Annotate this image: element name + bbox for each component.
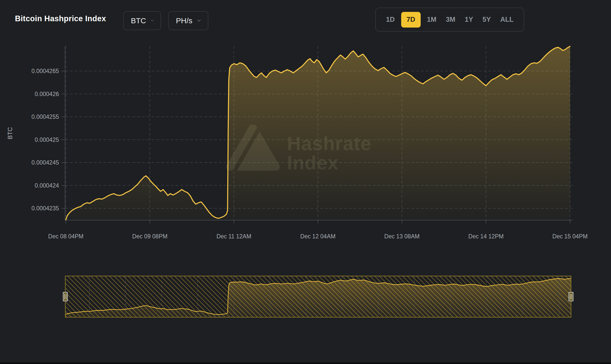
x-tick-label: Dec 15 04PM	[552, 233, 587, 240]
brush-handle-left[interactable]	[63, 292, 68, 301]
y-axis-title: BTC	[7, 127, 13, 139]
x-tick-label: Dec 09 08PM	[132, 233, 167, 240]
x-tick-label: Dec 14 12PM	[468, 233, 503, 240]
x-tick-label: Dec 12 04AM	[300, 233, 335, 240]
bottom-strip	[0, 362, 611, 364]
y-tick-label: 0.0004255	[31, 113, 59, 120]
y-tick-label: 0.0004245	[31, 159, 59, 166]
hashprice-chart[interactable]: 0.00042650.0004260.00042550.0004250.0004…	[0, 0, 611, 364]
watermark-line1: Hashrate	[287, 133, 371, 154]
navigator-hatch	[65, 276, 571, 317]
navigator-brush[interactable]	[63, 276, 573, 317]
brush-handle-right[interactable]	[569, 292, 573, 301]
y-tick-label: 0.0004235	[31, 205, 59, 212]
x-tick-label: Dec 08 04PM	[48, 233, 83, 240]
y-tick-label: 0.0004265	[31, 68, 59, 74]
y-tick-label: 0.000425	[35, 136, 59, 143]
x-tick-label: Dec 13 08AM	[384, 233, 419, 240]
y-tick-label: 0.000424	[35, 182, 59, 189]
watermark-line2: Index	[287, 152, 339, 173]
hashprice-page: Bitcoin Hashprice Index BTC PH/s 1D7D1M3…	[0, 0, 611, 364]
main-plot[interactable]: 0.00042650.0004260.00042550.0004250.0004…	[7, 46, 588, 240]
y-tick-label: 0.000426	[35, 91, 59, 97]
x-tick-label: Dec 11 12AM	[216, 233, 251, 240]
